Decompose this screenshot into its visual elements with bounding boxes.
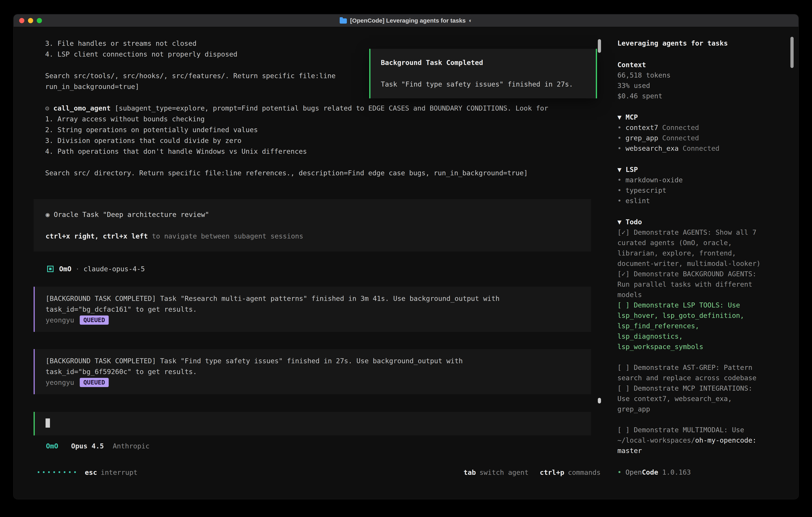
traffic-lights — [13, 18, 42, 23]
window-content: 3. File handles or streams not closed4. … — [13, 27, 799, 499]
context-tokens: 66,518 tokens — [617, 70, 768, 80]
folder-icon — [340, 19, 347, 24]
sidebar-scrollbar-thumb[interactable] — [790, 37, 793, 68]
lsp-item: •markdown-oxide — [617, 175, 768, 185]
bullet-icon: • — [617, 134, 621, 142]
todo-item: [✓] Demonstrate AGENTS: Show all 7 curat… — [617, 227, 768, 269]
bullet-icon: • — [617, 176, 621, 184]
active-agent-label: OmO — [46, 442, 58, 450]
app-version-line: •OpenCode1.0.163 — [617, 467, 691, 478]
background-task-message-1: [BACKGROUND TASK COMPLETED] Task "Resear… — [34, 287, 591, 332]
oracle-task-title: Oracle Task "Deep architecture review" — [54, 211, 209, 219]
context-used: 33% used — [617, 80, 768, 91]
mcp-item: •websearch_exaConnected — [617, 143, 768, 154]
mcp-item-name: grep_app — [626, 134, 658, 142]
main-scrollbar-thumb[interactable] — [598, 39, 601, 53]
tab-key-label: switch agent — [480, 467, 529, 478]
chevron-down-icon: ▼ — [617, 166, 621, 173]
todo-item: [ ] Demonstrate MULTIMODAL: Use — [617, 425, 768, 435]
toast-title: Background Task Completed — [381, 57, 585, 68]
esc-key-label: interrupt — [101, 467, 138, 478]
bullet-icon: • — [617, 197, 621, 205]
active-model-label: Opus 4.5 — [71, 442, 104, 450]
agent-session-header: OmO · claude-opus-4-5 — [47, 264, 609, 274]
lsp-item-name: typescript — [626, 186, 666, 194]
mcp-item-status: Connected — [662, 134, 699, 142]
context-section: Context 66,518 tokens 33% used $0.46 spe… — [617, 60, 768, 101]
queued-badge: QUEUED — [80, 316, 109, 325]
activity-indicator-icon: ◐ — [469, 18, 472, 24]
mcp-item-status: Connected — [662, 124, 699, 132]
main-scrollbar-thumb[interactable] — [598, 398, 601, 404]
bullet-icon: • — [617, 186, 621, 194]
todo-item: [ ] Demonstrate AST-GREP: Pattern search… — [617, 362, 768, 383]
workspace-branch: master — [617, 445, 768, 456]
gear-icon: ⚙ — [45, 104, 49, 112]
background-task-message-2: [BACKGROUND TASK COMPLETED] Task "Find t… — [34, 349, 591, 394]
app-name-prefix: Open — [626, 468, 642, 476]
workspace-repo: oh-my-opencode: — [695, 436, 756, 444]
mcp-header-label: MCP — [626, 113, 638, 121]
mcp-item-name: context7 — [626, 124, 658, 132]
lsp-header-label: LSP — [626, 166, 638, 173]
todo-section: ▼ Todo [✓] Demonstrate AGENTS: Show all … — [617, 217, 768, 435]
mcp-section: ▼ MCP •context7Connected •grep_appConnec… — [617, 112, 768, 154]
window-title-text: [OpenCode] Leveraging agents for tasks — [350, 17, 466, 24]
mcp-section-header[interactable]: ▼ MCP — [617, 112, 768, 123]
app-version-number: 1.0.163 — [662, 468, 691, 476]
agent-model: claude-opus-4-5 — [84, 264, 145, 274]
lsp-item: •eslint — [617, 195, 768, 206]
window-titlebar[interactable]: [OpenCode] Leveraging agents for tasks ◐ — [13, 15, 799, 27]
bullet-icon: • — [617, 124, 621, 132]
model-status-line: OmO Opus 4.5 Anthropic — [46, 441, 609, 452]
todo-section-header[interactable]: ▼ Todo — [617, 217, 768, 227]
workspace-path: ~/local-workspaces/oh-my-opencode: maste… — [617, 435, 768, 456]
session-sidebar: Leveraging agents for tasks Context 66,5… — [609, 27, 799, 499]
minimize-button[interactable] — [28, 18, 33, 23]
message-meta: yeongyuQUEUED — [46, 377, 579, 388]
message-meta: yeongyuQUEUED — [46, 315, 579, 325]
todo-item-active: [ ] Demonstrate LSP TOOLS: Use lsp_hover… — [617, 300, 768, 352]
scrollback-text-bottom: 1. Array access without bounds checking2… — [45, 113, 609, 178]
agent-separator: · — [75, 264, 79, 274]
tool-call-args: [subagent_type=explore, prompt=Find pote… — [111, 104, 548, 112]
oracle-task-title-line: ◉ Oracle Task "Deep architecture review" — [46, 209, 579, 220]
agent-name: OmO — [59, 264, 71, 274]
oracle-task-panel: ◉ Oracle Task "Deep architecture review"… — [34, 199, 591, 251]
background-task-toast[interactable]: Background Task Completed Task "Find typ… — [369, 49, 597, 98]
chevron-down-icon: ▼ — [617, 218, 621, 226]
lsp-item-name: markdown-oxide — [626, 176, 683, 184]
zoom-button[interactable] — [37, 18, 42, 23]
context-spent: $0.46 spent — [617, 91, 768, 101]
mcp-item-name: websearch_exa — [626, 144, 678, 152]
message-line: task_id="bg_dcfac161" to get results. — [46, 304, 579, 315]
agent-square-icon — [47, 266, 54, 272]
context-header: Context — [617, 60, 768, 70]
tool-call-line: ⚙ call_omo_agent [subagent_type=explore,… — [45, 103, 609, 113]
mcp-item-status: Connected — [683, 144, 720, 152]
ctrlp-key-hint: ctrl+p — [540, 467, 564, 478]
lsp-section-header[interactable]: ▼ LSP — [617, 164, 768, 175]
oracle-navigation-hint: ctrl+x right, ctrl+x left to navigate be… — [46, 231, 579, 242]
spinner-dots-icon: •••••••• — [37, 467, 79, 478]
terminal-main-pane: 3. File handles or streams not closed4. … — [13, 27, 609, 499]
lsp-section: ▼ LSP •markdown-oxide •typescript •eslin… — [617, 164, 768, 206]
text-cursor[interactable] — [46, 418, 50, 428]
model-provider-label: Anthropic — [113, 442, 149, 450]
esc-key-hint: esc — [85, 467, 97, 478]
app-name-suffix: Code — [642, 468, 658, 476]
window-title: [OpenCode] Leveraging agents for tasks ◐ — [13, 15, 799, 27]
oracle-hint-text: to navigate between subagent sessions — [148, 232, 303, 240]
message-author: yeongyu — [46, 316, 74, 324]
todo-item: [✓] Demonstrate BACKGROUND AGENTS: Run p… — [617, 269, 768, 300]
close-button[interactable] — [19, 18, 24, 23]
mcp-item: •context7Connected — [617, 123, 768, 133]
oracle-hint-keys: ctrl+x right, ctrl+x left — [46, 232, 148, 240]
message-author: yeongyu — [46, 378, 74, 386]
prompt-input[interactable] — [34, 412, 591, 435]
message-line: task_id="bg_6f59260c" to get results. — [46, 366, 579, 377]
bullet-icon: • — [617, 468, 621, 476]
terminal-window: [OpenCode] Leveraging agents for tasks ◐… — [13, 15, 799, 499]
toast-body: Task "Find type safety issues" finished … — [381, 79, 585, 89]
chevron-down-icon: ▼ — [617, 113, 621, 121]
